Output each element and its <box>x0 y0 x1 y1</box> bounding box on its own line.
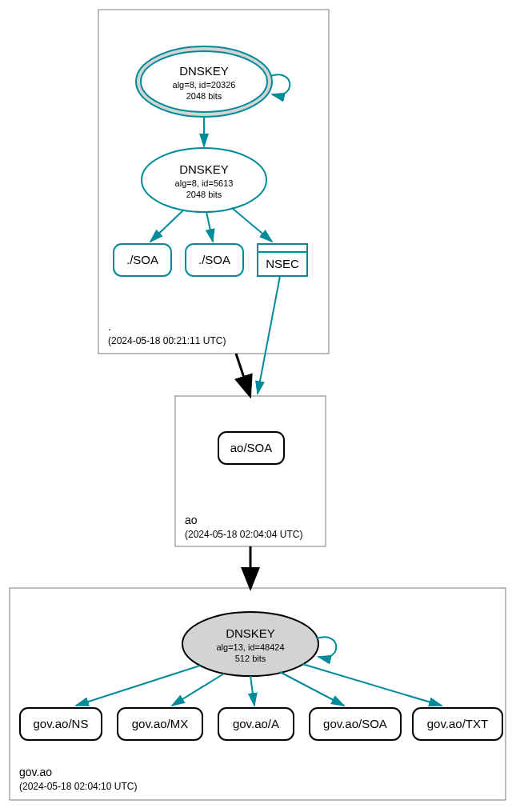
edge-govkey-soa <box>280 672 344 706</box>
root-zsk-alg: alg=8, id=5613 <box>175 178 234 188</box>
edge-root-ao <box>236 354 248 390</box>
root-ksk-alg: alg=8, id=20326 <box>173 80 236 90</box>
node-root-nsec: NSEC <box>258 244 307 276</box>
root-nsec-label: NSEC <box>266 257 299 270</box>
edge-govao-key-self <box>317 637 336 657</box>
govao-mx-label: gov.ao/MX <box>132 717 189 730</box>
node-govao-key: DNSKEY alg=13, id=48424 512 bits <box>182 612 318 676</box>
root-soa2-label: ./SOA <box>198 253 230 266</box>
edge-zsk-soa1 <box>150 210 184 242</box>
zone-govao-timestamp: (2024-05-18 02:04:10 UTC) <box>19 781 137 792</box>
govao-txt-label: gov.ao/TXT <box>427 717 488 730</box>
root-ksk-bits: 2048 bits <box>186 91 222 101</box>
zone-ao-name: ao <box>185 514 198 526</box>
root-ksk-title: DNSKEY <box>179 64 229 78</box>
zone-ao-box <box>175 396 326 546</box>
zone-root-timestamp: (2024-05-18 00:21:11 UTC) <box>108 335 226 346</box>
edge-govkey-txt <box>302 664 442 706</box>
ao-soa-label: ao/SOA <box>230 441 273 454</box>
edge-govkey-mx <box>172 674 224 706</box>
node-root-ksk: DNSKEY alg=8, id=20326 2048 bits <box>136 46 272 117</box>
govao-ns-label: gov.ao/NS <box>34 717 89 730</box>
edge-govkey-a <box>250 676 254 706</box>
zone-ao-timestamp: (2024-05-18 02:04:04 UTC) <box>185 529 302 540</box>
govao-key-title: DNSKEY <box>226 626 275 640</box>
edge-zsk-nsec <box>232 208 272 242</box>
edge-zsk-soa2 <box>206 212 213 242</box>
root-zsk-bits: 2048 bits <box>186 190 222 199</box>
govao-soa-label: gov.ao/SOA <box>323 717 387 730</box>
govao-key-alg: alg=13, id=48424 <box>216 642 284 652</box>
zone-root-name: . <box>108 320 111 333</box>
govao-a-label: gov.ao/A <box>233 717 279 730</box>
root-soa1-label: ./SOA <box>126 253 158 266</box>
edge-nsec-ao <box>258 276 280 394</box>
node-root-zsk: DNSKEY alg=8, id=5613 2048 bits <box>142 148 266 212</box>
zone-govao-name: gov.ao <box>19 766 52 778</box>
dnssec-diagram: . (2024-05-18 00:21:11 UTC) DNSKEY alg=8… <box>0 0 516 812</box>
root-zsk-title: DNSKEY <box>179 162 229 176</box>
edge-root-ksk-self <box>270 74 290 94</box>
govao-key-bits: 512 bits <box>235 654 266 663</box>
